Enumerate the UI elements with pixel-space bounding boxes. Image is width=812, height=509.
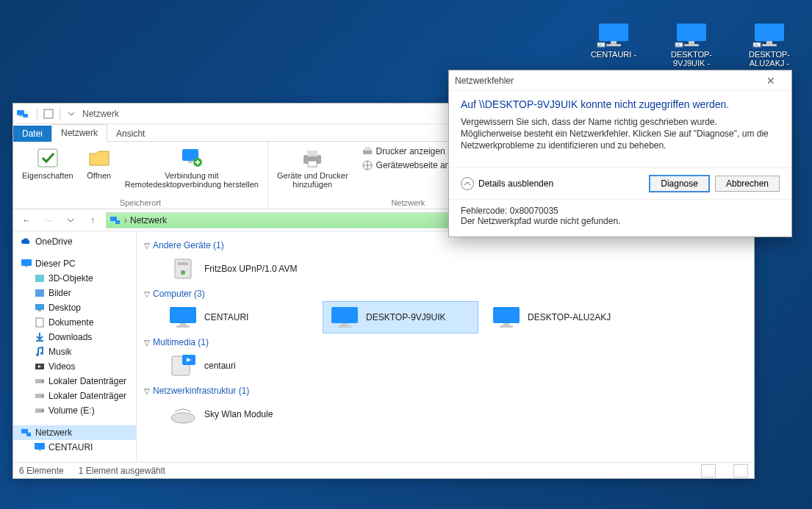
desktop-shortcut-alu2akj[interactable]: DESKTOP-ALU2AKJ - — [740, 22, 799, 68]
svg-rect-54 — [178, 262, 188, 265]
svg-rect-33 — [35, 275, 44, 282]
tab-network[interactable]: Netzwerk — [51, 124, 107, 142]
ribbon-properties-button[interactable]: Eigenschaften — [18, 145, 78, 197]
tree-item[interactable]: Videos — [13, 359, 136, 374]
computer-icon — [168, 305, 198, 330]
svg-rect-8 — [755, 24, 784, 41]
recent-dropdown-button[interactable] — [62, 212, 79, 229]
qat-dropdown-button[interactable] — [63, 107, 79, 121]
group-header-computer[interactable]: ▽Computer (3) — [144, 289, 747, 299]
tab-file[interactable]: Datei — [13, 126, 51, 142]
dialog-title: Netzwerkfehler — [455, 76, 514, 86]
ribbon-rdp-button[interactable]: Verbindung mit Remotedesktopverbindung h… — [121, 145, 263, 197]
tree-item[interactable]: CENTAURI — [13, 440, 136, 455]
svg-rect-62 — [493, 307, 520, 323]
details-toggle-label: Details ausblenden — [478, 178, 553, 189]
svg-rect-30 — [115, 220, 120, 224]
forward-button[interactable]: → — [40, 212, 57, 229]
group-header-infra[interactable]: ▽Netzwerkinfrastruktur (1) — [144, 386, 747, 396]
documents-icon — [34, 317, 46, 328]
content-pane[interactable]: ▽Andere Geräte (1) FritzBox UPnP/1.0 AVM… — [137, 231, 754, 462]
svg-rect-31 — [21, 259, 32, 266]
ribbon-add-devices-button[interactable]: Geräte und Drucker hinzufügen — [273, 145, 353, 197]
chevron-up-icon — [464, 180, 471, 187]
status-selected-count: 1 Element ausgewählt — [79, 466, 165, 476]
group-header-multimedia[interactable]: ▽Multimedia (1) — [144, 337, 747, 347]
svg-rect-4 — [677, 24, 706, 41]
svg-rect-10 — [762, 44, 777, 46]
media-server-icon — [168, 353, 198, 378]
box-icon — [34, 272, 46, 284]
up-button[interactable]: ↑ — [84, 212, 101, 229]
tree-item[interactable]: Volume (E:) — [13, 403, 136, 418]
svg-rect-52 — [38, 450, 41, 451]
status-bar: 6 Elemente 1 Element ausgewählt — [13, 462, 754, 478]
svg-rect-57 — [180, 323, 186, 325]
tree-thispc[interactable]: Dieser PC — [13, 256, 136, 271]
diagnose-button[interactable]: Diagnose — [650, 176, 709, 192]
svg-rect-9 — [766, 41, 772, 44]
svg-rect-22 — [308, 161, 317, 167]
checkmark-icon — [36, 146, 60, 170]
svg-rect-61 — [338, 325, 351, 328]
svg-rect-59 — [331, 307, 358, 323]
desktop-shortcut-9vj9uik[interactable]: DESKTOP-9VJ9UIK - — [662, 22, 721, 68]
svg-rect-51 — [35, 443, 45, 450]
tree-item[interactable]: 3D-Objekte — [13, 271, 136, 286]
tree-item[interactable]: Bilder — [13, 286, 136, 300]
svg-point-55 — [181, 270, 185, 275]
list-item[interactable]: Sky Wlan Module — [162, 399, 316, 430]
printer-icon — [362, 145, 373, 157]
tree-item[interactable]: Lokaler Datenträger — [13, 374, 136, 389]
globe-icon — [362, 159, 373, 171]
svg-rect-21 — [307, 151, 317, 156]
svg-rect-1 — [611, 41, 617, 44]
tab-view[interactable]: Ansicht — [107, 126, 154, 142]
svg-rect-60 — [342, 323, 348, 325]
dialog-title-bar[interactable]: Netzwerkfehler ✕ — [449, 71, 791, 91]
breadcrumb-segment[interactable]: Netzwerk — [130, 215, 167, 225]
svg-rect-14 — [19, 115, 22, 117]
svg-point-44 — [42, 380, 43, 382]
computer-icon — [491, 305, 522, 330]
view-details-button[interactable] — [701, 464, 716, 477]
dialog-error-code: Fehlercode: 0x80070035 — [461, 206, 780, 216]
ribbon-open-button[interactable]: Öffnen — [79, 145, 119, 197]
list-item[interactable]: FritzBox UPnP/1.0 AVM — [162, 253, 316, 284]
cancel-button[interactable]: Abbrechen — [715, 176, 780, 192]
view-large-button[interactable] — [733, 464, 748, 477]
tree-onedrive[interactable]: OneDrive — [13, 234, 136, 249]
network-icon — [109, 214, 121, 226]
details-toggle-button[interactable] — [461, 177, 474, 190]
tree-item[interactable]: Desktop — [13, 300, 136, 315]
svg-rect-0 — [599, 24, 628, 41]
network-icon — [16, 107, 29, 120]
device-icon — [168, 256, 198, 281]
tree-network[interactable]: Netzwerk — [13, 425, 136, 440]
list-item[interactable]: CENTAURI — [162, 302, 316, 333]
navigation-tree[interactable]: OneDrive Dieser PC 3D-Objekte Bilder Des… — [13, 231, 137, 462]
svg-rect-15 — [44, 109, 53, 118]
tree-item[interactable]: Musik — [13, 344, 136, 359]
desktop-shortcut-centauri[interactable]: CENTAURI - — [584, 22, 643, 68]
list-item[interactable]: centauri — [162, 350, 316, 381]
group-header-other[interactable]: ▽Andere Geräte (1) — [144, 240, 747, 250]
tree-item[interactable]: Dokumente — [13, 315, 136, 330]
ribbon-group-label: Speicherort — [18, 198, 263, 207]
list-item[interactable]: DESKTOP-9VJ9UIK — [323, 302, 478, 333]
qat-properties-button[interactable] — [40, 107, 57, 121]
list-item[interactable]: DESKTOP-ALU2AKJ — [485, 302, 639, 333]
music-icon — [34, 346, 46, 358]
tree-item[interactable]: Downloads — [13, 330, 136, 344]
dialog-error-detail: Der Netzwerkpfad wurde nicht gefunden. — [461, 216, 780, 226]
svg-rect-63 — [503, 323, 509, 325]
tree-item[interactable]: Lokaler Datenträger — [13, 389, 136, 403]
computer-icon — [596, 22, 631, 48]
svg-rect-38 — [36, 340, 43, 342]
folder-open-icon — [87, 146, 111, 170]
close-button[interactable]: ✕ — [756, 75, 786, 87]
svg-rect-24 — [364, 147, 370, 151]
desktop-icon — [34, 302, 46, 314]
back-button[interactable]: ← — [18, 212, 35, 229]
svg-rect-6 — [684, 44, 699, 46]
